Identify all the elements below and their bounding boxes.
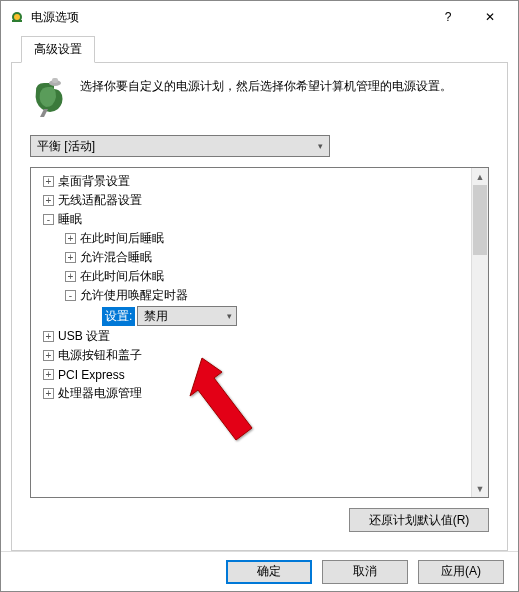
expand-icon[interactable]: + [43,388,54,399]
scroll-down-icon[interactable]: ▼ [472,480,488,497]
close-icon: ✕ [485,10,495,24]
tree-item-label: 在此时间后睡眠 [80,230,164,247]
power-plan-selected: 平衡 [活动] [37,138,95,155]
help-icon: ? [445,10,452,24]
power-plan-select[interactable]: 平衡 [活动] ▾ [30,135,330,157]
ok-button[interactable]: 确定 [226,560,312,584]
dialog-buttons: 确定 取消 应用(A) [1,551,518,591]
restore-defaults-button[interactable]: 还原计划默认值(R) [349,508,489,532]
scrollbar[interactable]: ▲ ▼ [471,168,488,497]
collapse-icon[interactable]: - [65,290,76,301]
scroll-thumb[interactable] [473,185,487,255]
tree-item[interactable]: +电源按钮和盖子 [33,346,469,365]
expand-icon[interactable]: + [65,233,76,244]
setting-label: 设置: [102,307,135,326]
tree-item-label: 在此时间后休眠 [80,268,164,285]
tree-item[interactable]: -睡眠 [33,210,469,229]
svg-point-2 [14,14,20,20]
tree-item-label: 处理器电源管理 [58,385,142,402]
setting-value-select[interactable]: 禁用▾ [137,306,237,326]
tab-advanced[interactable]: 高级设置 [21,36,95,63]
power-plan-icon [30,75,70,119]
tree-item-label: USB 设置 [58,328,110,345]
content-panel: 选择你要自定义的电源计划，然后选择你希望计算机管理的电源设置。 平衡 [活动] … [11,63,508,551]
apply-button[interactable]: 应用(A) [418,560,504,584]
expand-icon[interactable]: + [43,331,54,342]
expand-icon[interactable]: + [43,369,54,380]
expand-icon[interactable]: + [65,271,76,282]
tree-item-label: 睡眠 [58,211,82,228]
tree-item-label: 允许混合睡眠 [80,249,152,266]
tree-item-label: 桌面背景设置 [58,173,130,190]
tree-item[interactable]: +在此时间后休眠 [33,267,469,286]
cancel-button[interactable]: 取消 [322,560,408,584]
tree-item[interactable]: +在此时间后睡眠 [33,229,469,248]
expand-icon[interactable]: + [43,350,54,361]
tree-item[interactable]: +USB 设置 [33,327,469,346]
expand-icon[interactable]: + [65,252,76,263]
tree-item-label: 电源按钮和盖子 [58,347,142,364]
chevron-down-icon: ▾ [227,311,232,321]
tree-item[interactable]: -允许使用唤醒定时器 [33,286,469,305]
chevron-down-icon: ▾ [318,141,323,151]
window-title: 电源选项 [31,9,426,26]
power-options-icon [9,9,25,25]
tree-item[interactable]: +允许混合睡眠 [33,248,469,267]
tabstrip: 高级设置 [11,37,508,63]
svg-rect-1 [12,20,22,22]
expand-icon[interactable]: + [43,195,54,206]
help-button[interactable]: ? [428,3,468,31]
tree-item-label: 无线适配器设置 [58,192,142,209]
settings-tree-container: +桌面背景设置+无线适配器设置-睡眠+在此时间后睡眠+允许混合睡眠+在此时间后休… [30,167,489,498]
tree-item[interactable]: +无线适配器设置 [33,191,469,210]
svg-rect-4 [52,78,58,83]
setting-value: 禁用 [144,308,168,325]
expand-icon[interactable]: + [43,176,54,187]
tree-item[interactable]: +桌面背景设置 [33,172,469,191]
tree-item[interactable]: +处理器电源管理 [33,384,469,403]
tree-item[interactable]: +PCI Express [33,365,469,384]
tree-item-label: 允许使用唤醒定时器 [80,287,188,304]
close-button[interactable]: ✕ [470,3,510,31]
description-text: 选择你要自定义的电源计划，然后选择你希望计算机管理的电源设置。 [80,75,452,95]
collapse-icon[interactable]: - [43,214,54,225]
settings-tree[interactable]: +桌面背景设置+无线适配器设置-睡眠+在此时间后睡眠+允许混合睡眠+在此时间后休… [31,168,471,497]
setting-row: 设置:禁用▾ [33,305,469,327]
scroll-up-icon[interactable]: ▲ [472,168,488,185]
tree-item-label: PCI Express [58,368,125,382]
titlebar: 电源选项 ? ✕ [1,1,518,33]
